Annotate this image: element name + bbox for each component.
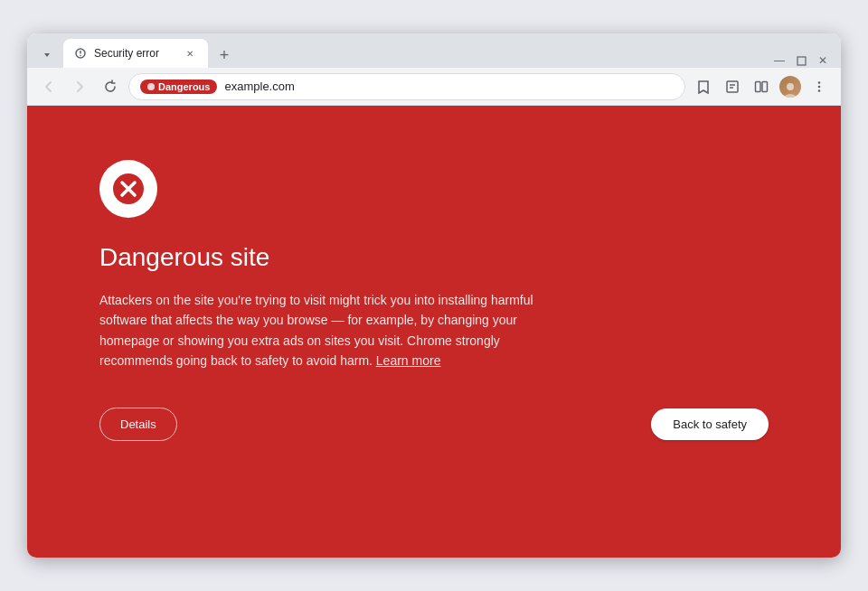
window-controls: — ✕ <box>772 53 834 68</box>
error-page: Dangerous site Attackers on the site you… <box>27 106 841 558</box>
svg-rect-5 <box>727 81 738 92</box>
error-icon <box>99 160 157 218</box>
svg-point-3 <box>80 55 81 57</box>
svg-marker-0 <box>44 53 50 57</box>
profile-button[interactable] <box>778 74 803 99</box>
tab-bar: Security error ✕ + — ✕ <box>27 33 841 68</box>
error-description: Attackers on the site you're trying to v… <box>99 290 570 371</box>
profile-avatar <box>779 76 801 98</box>
details-button[interactable]: Details <box>99 408 177 441</box>
tab-favicon <box>74 47 87 60</box>
tab-title: Security error <box>94 47 175 60</box>
tab-search-button[interactable] <box>720 74 745 99</box>
svg-rect-4 <box>797 57 806 65</box>
error-icon-container <box>99 160 157 218</box>
learn-more-link[interactable]: Learn more <box>376 353 441 368</box>
address-bar[interactable]: Dangerous example.com <box>128 73 685 100</box>
svg-point-14 <box>818 89 821 92</box>
split-screen-button[interactable] <box>749 74 774 99</box>
svg-rect-8 <box>756 81 761 91</box>
back-button[interactable] <box>36 74 61 99</box>
svg-point-13 <box>818 85 821 88</box>
close-button[interactable]: ✕ <box>816 53 830 68</box>
svg-point-11 <box>783 94 797 98</box>
browser-window: Security error ✕ + — ✕ <box>27 33 841 558</box>
toolbar: Dangerous example.com <box>27 68 841 106</box>
actions-row: Details Back to safety <box>99 408 769 441</box>
url-display: example.com <box>224 80 294 93</box>
new-tab-button[interactable]: + <box>212 42 237 68</box>
minimize-button[interactable]: — <box>772 53 787 68</box>
refresh-button[interactable] <box>98 74 123 99</box>
forward-button[interactable] <box>67 74 92 99</box>
restore-button[interactable] <box>794 53 808 68</box>
toolbar-icons <box>691 74 832 99</box>
active-tab[interactable]: Security error ✕ <box>63 39 208 68</box>
bookmark-button[interactable] <box>691 74 716 99</box>
tab-list-chevron[interactable] <box>34 42 60 68</box>
svg-rect-9 <box>762 81 768 91</box>
menu-button[interactable] <box>807 74 832 99</box>
tab-close-button[interactable]: ✕ <box>183 46 197 61</box>
error-title: Dangerous site <box>99 243 269 272</box>
svg-point-12 <box>818 81 821 84</box>
svg-point-10 <box>787 83 794 90</box>
dangerous-badge[interactable]: Dangerous <box>140 80 217 94</box>
back-to-safety-button[interactable]: Back to safety <box>651 408 769 440</box>
